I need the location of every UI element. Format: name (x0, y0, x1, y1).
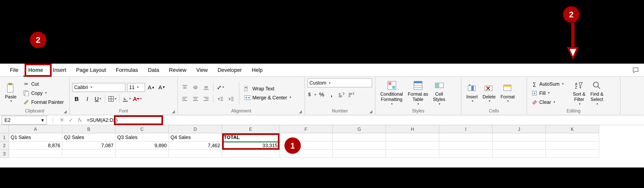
find-select-button[interactable]: Find & Select▾ (588, 80, 606, 106)
copy-button[interactable]: Copy▾ (21, 89, 65, 97)
launcher-icon[interactable]: ◢ (172, 108, 175, 115)
tab-file[interactable]: File (5, 64, 23, 76)
font-size-combo[interactable]: 11▾ (127, 83, 145, 92)
cell-H2[interactable] (386, 142, 439, 150)
col-header-H[interactable]: H (386, 125, 439, 133)
cell-E1[interactable]: TOTAL (222, 133, 280, 142)
cell-H3[interactable] (386, 150, 439, 158)
col-header-J[interactable]: J (492, 125, 546, 133)
row-header-3[interactable]: 3 (0, 150, 9, 158)
cell-C2[interactable]: 9,890 (116, 142, 169, 150)
col-header-D[interactable]: D (169, 125, 222, 133)
row-header-2[interactable]: 2 (0, 142, 9, 150)
col-header-E[interactable]: E (222, 125, 280, 133)
wrap-text-button[interactable]: abcWrap Text (242, 84, 293, 92)
decrease-decimal-button[interactable]: .00.0 (347, 90, 356, 99)
cell-B1[interactable]: Q2 Sales (62, 133, 116, 142)
bold-button[interactable]: B (72, 94, 81, 103)
align-center-button[interactable] (191, 94, 200, 103)
sort-filter-button[interactable]: AZ Sort & Filter▾ (570, 80, 588, 106)
cell-C1[interactable]: Q3 Sales (116, 133, 169, 142)
format-cells-button[interactable]: Format▾ (498, 83, 517, 103)
cell-E3[interactable] (222, 150, 280, 158)
enter-button[interactable]: ✓ (66, 116, 75, 124)
cell-K3[interactable] (546, 150, 599, 158)
name-box[interactable]: E2▾ (2, 116, 47, 124)
row-header-1[interactable]: 1 (0, 133, 9, 142)
cell-B3[interactable] (62, 150, 116, 158)
delete-cells-button[interactable]: Delete▾ (480, 83, 498, 103)
cell-J3[interactable] (492, 150, 546, 158)
fx-button[interactable]: fx (75, 116, 84, 124)
cancel-button[interactable]: ✕ (57, 116, 66, 124)
tab-page-layout[interactable]: Page Layout (71, 64, 111, 76)
cell-I1[interactable] (439, 133, 492, 142)
col-header-K[interactable]: K (546, 125, 599, 133)
orientation-button[interactable]: ⤢▾ (216, 83, 225, 92)
tab-insert[interactable]: Insert (48, 64, 71, 76)
cell-F3[interactable] (280, 150, 333, 158)
fill-color-button[interactable]: ▾ (122, 94, 131, 103)
comments-icon[interactable] (632, 67, 639, 75)
cell-J1[interactable] (492, 133, 546, 142)
comma-button[interactable]: , (327, 90, 336, 99)
tab-data[interactable]: Data (143, 64, 164, 76)
number-format-combo[interactable]: Custom▾ (307, 78, 372, 88)
autosum-button[interactable]: ∑AutoSum▾ (530, 80, 570, 88)
align-right-button[interactable] (202, 94, 210, 103)
launcher-icon[interactable]: ◢ (64, 108, 67, 115)
cell-K2[interactable] (546, 142, 599, 150)
col-header-B[interactable]: B (62, 125, 116, 133)
italic-button[interactable]: I (83, 94, 92, 103)
cell-styles-button[interactable]: Cell Styles▾ (430, 80, 448, 106)
cut-button[interactable]: ✂Cut (21, 80, 65, 88)
font-name-combo[interactable]: Calibri▾ (72, 83, 126, 92)
col-header-F[interactable]: F (280, 125, 333, 133)
cell-G2[interactable] (333, 142, 386, 150)
format-as-table-button[interactable]: Format as Table▾ (405, 80, 430, 106)
cell-B2[interactable]: 7,087 (62, 142, 116, 150)
cell-J2[interactable] (492, 142, 546, 150)
font-color-button[interactable]: A▾ (133, 94, 142, 103)
cell-I3[interactable] (439, 150, 492, 158)
insert-cells-button[interactable]: Insert▾ (464, 83, 480, 103)
tab-developer[interactable]: Developer (213, 64, 247, 76)
select-all-corner[interactable] (0, 125, 9, 133)
cell-D2[interactable]: 7,462 (169, 142, 222, 150)
cell-I2[interactable] (439, 142, 492, 150)
cell-K1[interactable] (546, 133, 599, 142)
cell-D1[interactable]: Q4 Sales (169, 133, 222, 142)
cell-F1[interactable] (280, 133, 333, 142)
cell-H1[interactable] (386, 133, 439, 142)
cell-F2[interactable] (280, 142, 333, 150)
tab-formulas[interactable]: Formulas (111, 64, 143, 76)
col-header-G[interactable]: G (333, 125, 386, 133)
increase-decimal-button[interactable]: .0.00 (337, 90, 346, 99)
cell-A3[interactable] (9, 150, 62, 158)
accounting-format-button[interactable]: $▾ (307, 90, 316, 99)
cell-G3[interactable] (333, 150, 386, 158)
col-header-I[interactable]: I (439, 125, 492, 133)
percent-button[interactable]: % (317, 90, 326, 99)
cell-A1[interactable]: Q1 Sales (9, 133, 62, 142)
decrease-font-button[interactable]: A▼ (157, 83, 166, 92)
clear-button[interactable]: Clear▾ (530, 98, 570, 106)
increase-indent-button[interactable] (226, 94, 236, 103)
fill-button[interactable]: Fill▾ (530, 89, 570, 97)
fill-handle[interactable] (278, 148, 280, 150)
align-bottom-button[interactable] (202, 83, 210, 92)
worksheet-grid[interactable]: 1 2 3 A B C D E F G H I J K Q1 Sales Q2 … (0, 125, 644, 158)
cell-C3[interactable] (116, 150, 169, 158)
paste-button[interactable]: Paste ▾ (2, 83, 19, 103)
cell-A2[interactable]: 8,876 (9, 142, 62, 150)
tab-help[interactable]: Help (247, 64, 268, 76)
decrease-indent-button[interactable] (216, 94, 225, 103)
merge-center-button[interactable]: Merge & Center▾ (242, 93, 293, 102)
format-painter-button[interactable]: Format Painter (21, 98, 65, 106)
align-top-button[interactable] (180, 83, 189, 92)
col-header-A[interactable]: A (9, 125, 62, 133)
launcher-icon[interactable]: ◢ (369, 108, 372, 115)
tab-view[interactable]: View (191, 64, 212, 76)
underline-button[interactable]: U▾ (94, 94, 102, 103)
align-left-button[interactable] (180, 94, 189, 103)
